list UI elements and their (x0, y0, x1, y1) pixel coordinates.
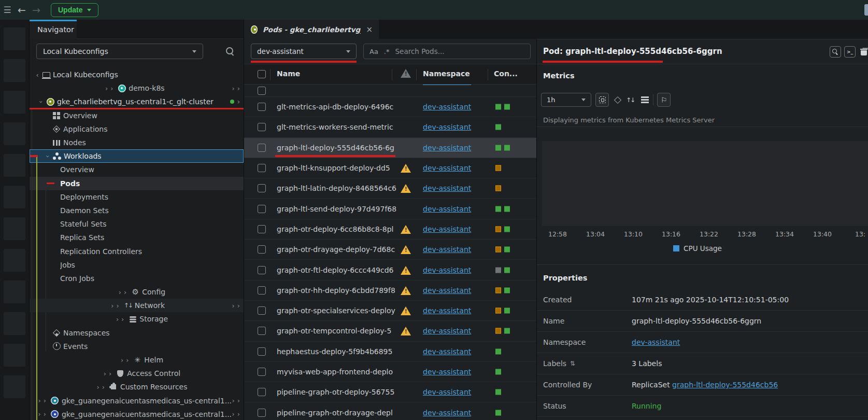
pod-row[interactable]: graph-ltl-deploy-555d46cb56-6g ! dev-ass… (244, 138, 536, 158)
cluster-icon-placeholder[interactable] (4, 27, 25, 50)
close-icon[interactable]: × (366, 25, 373, 34)
namespace-link[interactable]: dev-assistant (423, 347, 471, 356)
row-checkbox[interactable] (258, 103, 266, 111)
sidebar-item[interactable]: Events (30, 340, 244, 353)
detail-search-button[interactable] (830, 46, 841, 58)
property-value-text[interactable]: 107m 21s ago 2025-10-14T12:10:51-05:00 (632, 296, 789, 304)
namespace-link[interactable]: dev-assistant (423, 85, 471, 86)
row-checkbox[interactable] (258, 388, 266, 396)
pod-row[interactable]: graph-otr-ftl-deploy-6ccc449cd6 ! dev-as… (244, 260, 536, 280)
chart-legend[interactable]: CPU Usage (542, 244, 853, 253)
pod-row[interactable]: graph-ltl-send-deploy-97d497f68 ! dev-as… (244, 199, 536, 219)
pod-row[interactable]: hephaestus-deploy-5f9b4b6895 ! dev-assis… (244, 342, 536, 362)
pod-row[interactable]: graph-otr-drayage-deploy-7d68c ! dev-ass… (244, 240, 536, 260)
namespace-link[interactable]: dev-assistant (423, 306, 471, 315)
pods-search-box[interactable]: Aa .* (363, 44, 531, 59)
sidebar-item[interactable]: Workloads (30, 149, 244, 163)
sidebar-item[interactable]: demo-k8s (30, 81, 244, 95)
filesystem-metric-button[interactable] (638, 93, 651, 107)
row-checkbox[interactable] (258, 164, 266, 172)
row-checkbox[interactable] (258, 266, 266, 274)
cluster-icon-placeholder[interactable] (4, 375, 25, 398)
pod-row[interactable]: graph-ltl-knsupport-deploy-dd5 ! dev-ass… (244, 158, 536, 178)
sidebar-item[interactable]: Nodes (30, 136, 244, 149)
search-icon[interactable] (225, 47, 235, 56)
pod-row[interactable]: pipeline-graph-otr-drayage-depl ! dev-as… (244, 402, 536, 420)
sidebar-item[interactable]: Overview (30, 109, 244, 122)
sidebar-item[interactable]: Deployments (30, 190, 244, 204)
back-arrow-icon[interactable]: ← (15, 4, 29, 16)
row-checkbox[interactable] (258, 184, 266, 192)
property-value-text[interactable]: Running (632, 402, 661, 410)
property-value-text[interactable]: 3 Labels (632, 359, 662, 368)
property-value-text[interactable]: dev-assistant (632, 338, 680, 346)
sidebar-item[interactable]: Config (30, 285, 244, 299)
namespace-link[interactable]: dev-assistant (423, 327, 471, 335)
match-case-toggle[interactable]: Aa (369, 48, 378, 55)
sidebar-item[interactable]: Network (30, 299, 244, 312)
cluster-icon-placeholder[interactable] (4, 249, 25, 272)
namespace-link[interactable]: dev-assistant (423, 205, 471, 213)
cluster-icon-placeholder[interactable] (4, 91, 25, 114)
pod-row[interactable]: glt-metrics-api-db-deploy-6496c ! dev-as… (244, 97, 536, 117)
forward-arrow-icon[interactable]: → (29, 4, 44, 16)
sidebar-item[interactable]: Stateful Sets (30, 217, 244, 231)
sidebar-item[interactable]: Storage (30, 312, 244, 326)
memory-metric-button[interactable] (611, 93, 624, 107)
row-checkbox[interactable] (258, 286, 266, 295)
warning-column-icon[interactable]: ! (401, 69, 411, 78)
namespace-filter-select[interactable]: dev-assistant (251, 44, 357, 59)
namespace-link[interactable]: dev-assistant (423, 103, 471, 111)
pod-row[interactable]: graph-otr-deploy-6cc86b8c8-8pl ! dev-ass… (244, 219, 536, 240)
pod-row[interactable]: myvisa-web-app-frontend-deplo ! dev-assi… (244, 362, 536, 382)
sidebar-item[interactable]: Applications (30, 122, 244, 136)
sort-icon[interactable]: ⇅ (570, 360, 575, 367)
sidebar-item[interactable]: Namespaces (30, 326, 244, 340)
sidebar-item[interactable]: Replica Sets (30, 231, 244, 244)
update-button[interactable]: Update (51, 3, 98, 17)
sidebar-item[interactable]: gke_guanegenaicuentasmedicas_us-central1… (30, 408, 244, 420)
cluster-icon-placeholder[interactable] (4, 281, 25, 303)
row-checkbox[interactable] (258, 205, 266, 213)
namespace-link[interactable]: dev-assistant (423, 266, 471, 274)
delete-pod-button[interactable] (859, 46, 868, 58)
row-checkbox[interactable] (258, 87, 266, 95)
sidebar-item[interactable]: Daemon Sets (30, 204, 244, 217)
namespace-link[interactable]: dev-assistant (423, 388, 471, 396)
pod-row[interactable]: graph-otr-hh-deploy-6cbdd789f8 ! dev-ass… (244, 281, 536, 301)
cpu-metric-button[interactable] (595, 93, 609, 107)
kubeconfig-source-select[interactable]: Local Kubeconfigs (36, 44, 203, 59)
sidebar-item[interactable]: Access Control (30, 367, 244, 380)
namespace-link[interactable]: dev-assistant (423, 286, 471, 295)
row-checkbox[interactable] (258, 327, 266, 335)
cluster-icon-placeholder[interactable] (4, 59, 25, 82)
namespace-link[interactable]: dev-assistant (423, 245, 471, 254)
property-value-text[interactable]: graph-ltl-deploy-555d46cb56 (672, 381, 778, 389)
pod-row[interactable]: ! dev-assistant (244, 85, 536, 97)
sidebar-item[interactable]: Custom Resources (30, 380, 244, 394)
namespace-link[interactable]: dev-assistant (423, 164, 471, 172)
tab-navigator[interactable]: Navigator (30, 20, 77, 39)
namespace-link[interactable]: dev-assistant (423, 368, 471, 376)
select-all-checkbox[interactable] (258, 70, 266, 78)
sidebar-item[interactable]: Pods (30, 177, 244, 190)
pod-shell-button[interactable]: >_ (844, 46, 856, 58)
row-checkbox[interactable] (258, 306, 266, 315)
network-metric-button[interactable]: ↑↓ (623, 93, 637, 107)
pod-row[interactable]: graph-ltl-latin-deploy-8468564c6 ! dev-a… (244, 178, 536, 199)
sidebar-item[interactable]: gke_charliebertvg_us-central1-c_glt-clus… (30, 95, 244, 108)
metrics-range-select[interactable]: 1h (541, 93, 591, 107)
pod-row[interactable]: pipeline-graph-otr-deploy-56755 ! dev-as… (244, 382, 536, 402)
property-value-text[interactable]: graph-ltl-deploy-555d46cb56-6ggrn (632, 317, 761, 325)
namespace-link[interactable]: dev-assistant (423, 144, 471, 152)
pod-row[interactable]: graph-otr-tempcontrol-deploy-5 ! dev-ass… (244, 321, 536, 341)
regex-toggle[interactable]: .* (384, 48, 390, 55)
namespace-link[interactable]: dev-assistant (423, 184, 471, 192)
cluster-icon-placeholder[interactable] (4, 154, 25, 177)
cluster-icon-placeholder[interactable] (4, 217, 25, 240)
pod-row[interactable]: glt-metrics-workers-send-metric ! dev-as… (244, 117, 536, 137)
cluster-icon-placeholder[interactable] (4, 122, 25, 145)
sidebar-item[interactable]: Local Kubeconfigs (30, 68, 244, 81)
namespace-link[interactable]: dev-assistant (423, 409, 471, 417)
cluster-icon-placeholder[interactable] (4, 344, 25, 367)
